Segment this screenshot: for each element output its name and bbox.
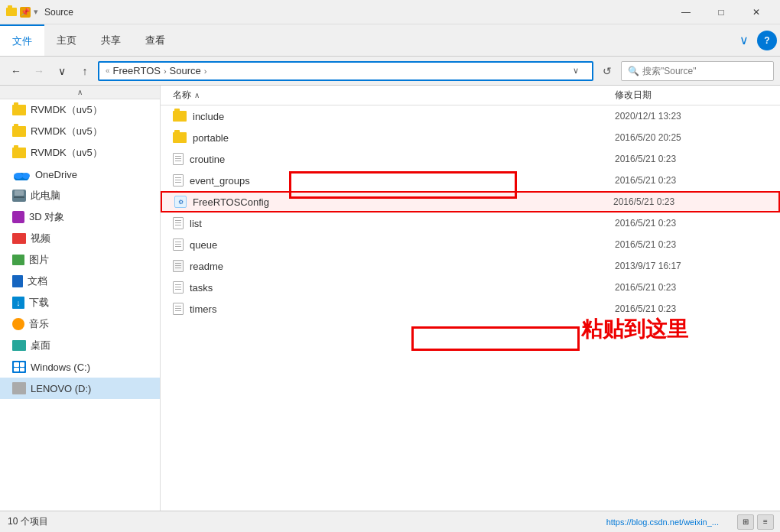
tab-file[interactable]: 文件 — [0, 24, 44, 56]
refresh-button[interactable]: ↺ — [596, 61, 618, 81]
file-date-freertosconfig: 2016/5/21 0:23 — [613, 196, 766, 207]
search-box[interactable]: 🔍 — [621, 61, 774, 81]
minimize-button[interactable]: — — [668, 0, 704, 24]
onedrive-icon — [12, 168, 31, 180]
sidebar-item-thispc[interactable]: 此电脑 — [0, 185, 160, 206]
music-icon — [12, 318, 24, 330]
file-item-include[interactable]: include 2020/12/1 13:23 — [161, 105, 780, 127]
folder-icon-rvmdk3 — [12, 148, 26, 158]
sidebar-item-desktop[interactable]: 桌面 — [0, 335, 160, 356]
file-list: include 2020/12/1 13:23 portable 2016/5/… — [161, 105, 780, 511]
folder-icon-portable — [173, 132, 187, 143]
title-controls: — □ ✕ — [668, 0, 774, 24]
view-grid-button[interactable]: ⊞ — [737, 514, 754, 530]
sidebar-item-music[interactable]: 音乐 — [0, 313, 160, 335]
sidebar-scroll-up[interactable]: ∧ — [0, 86, 160, 99]
sidebar-item-downloads[interactable]: ↓ 下载 — [0, 292, 160, 313]
col-date-header[interactable]: 修改日期 — [615, 89, 768, 102]
up-button[interactable]: ↑ — [75, 61, 95, 81]
sidebar-item-rvmdk2[interactable]: RVMDK（uv5） — [0, 121, 160, 142]
tab-view[interactable]: 查看 — [133, 24, 177, 56]
sidebar: ∧ RVMDK（uv5） RVMDK（uv5） RVMDK（uv5） OneDr… — [0, 86, 161, 511]
column-header: 名称 ∧ 修改日期 — [161, 86, 780, 105]
file-item-freertosconfig[interactable]: ⚙ FreeRTOSConfig 2016/5/21 0:23 — [161, 191, 780, 212]
file-date-include: 2020/12/1 13:23 — [615, 111, 768, 122]
address-path-box[interactable]: « FreeRTOS › Source › ∨ — [98, 61, 593, 81]
ribbon-collapse-button[interactable]: ∨ — [734, 31, 754, 50]
status-url: https://blog.csdn.net/weixin_... — [606, 517, 719, 527]
file-name-queue: queue — [173, 238, 615, 251]
sidebar-item-video[interactable]: 视频 — [0, 228, 160, 249]
file-date-croutine: 2016/5/21 0:23 — [615, 154, 768, 164]
title-pin-icon: 📌 — [20, 7, 31, 18]
config-icon-freertosconfig: ⚙ — [174, 196, 187, 208]
tab-home[interactable]: 主页 — [44, 24, 89, 56]
file-date-tasks: 2016/5/21 0:23 — [615, 282, 768, 293]
doc-icon-queue — [173, 238, 184, 251]
file-item-tasks[interactable]: tasks 2016/5/21 0:23 — [161, 277, 780, 298]
file-name-list: list — [173, 217, 615, 229]
download-icon: ↓ — [12, 297, 24, 309]
maximize-button[interactable]: □ — [704, 0, 739, 24]
search-icon: 🔍 — [628, 66, 639, 76]
sidebar-item-rvmdk3[interactable]: RVMDK（uv5） — [0, 142, 160, 164]
back-button[interactable]: ← — [6, 61, 26, 81]
doc-icon-readme — [173, 260, 184, 272]
status-bar-right: ⊞ ≡ — [737, 514, 774, 530]
windows-icon — [12, 361, 26, 373]
doc-icon-timers — [173, 303, 184, 315]
file-item-portable[interactable]: portable 2016/5/20 20:25 — [161, 127, 780, 148]
doc-icon-event-groups — [173, 174, 184, 187]
sidebar-item-3dobjects[interactable]: 3D 对象 — [0, 206, 160, 228]
cube-icon — [12, 211, 24, 223]
file-name-portable: portable — [173, 132, 615, 144]
file-name-croutine: croutine — [173, 153, 615, 165]
file-date-list: 2016/5/21 0:23 — [615, 218, 768, 229]
file-item-croutine[interactable]: croutine 2016/5/21 0:23 — [161, 148, 780, 170]
lenovo-icon — [12, 382, 26, 394]
ribbon: 文件 主页 共享 查看 ∨ ? — [0, 24, 780, 57]
close-button[interactable]: ✕ — [739, 0, 774, 24]
folder-icon-rvmdk1 — [12, 105, 26, 115]
sidebar-item-onedrive[interactable]: OneDrive — [0, 164, 160, 185]
file-name-timers: timers — [173, 303, 615, 315]
sidebar-item-lenovo-d[interactable]: LENOVO (D:) — [0, 378, 160, 399]
path-part-source: Source — [170, 65, 201, 76]
search-input[interactable] — [642, 66, 767, 76]
sidebar-item-images[interactable]: 图片 — [0, 249, 160, 271]
video-icon — [12, 233, 26, 244]
file-item-queue[interactable]: queue 2016/5/21 0:23 — [161, 234, 780, 255]
file-item-list[interactable]: list 2016/5/21 0:23 — [161, 212, 780, 234]
title-bar: 📌 ▾ Source — □ ✕ — [0, 0, 780, 24]
sidebar-item-windows-c[interactable]: Windows (C:) — [0, 356, 160, 378]
file-date-timers: 2016/5/21 0:23 — [615, 303, 768, 314]
view-list-button[interactable]: ≡ — [757, 514, 774, 530]
sidebar-item-docs[interactable]: 文档 — [0, 271, 160, 292]
file-item-event-groups[interactable]: event_groups 2016/5/21 0:23 — [161, 170, 780, 191]
forward-button[interactable]: → — [29, 61, 49, 81]
file-item-timers[interactable]: timers 2016/5/21 0:23 — [161, 298, 780, 320]
folder-icon-include — [173, 111, 187, 122]
doc-icon-tasks — [173, 281, 184, 294]
file-date-readme: 2013/9/17 16:17 — [615, 261, 768, 271]
sidebar-item-rvmdk1[interactable]: RVMDK（uv5） — [0, 99, 160, 121]
tab-share[interactable]: 共享 — [89, 24, 133, 56]
file-date-queue: 2016/5/21 0:23 — [615, 239, 768, 250]
title-bar-icons: 📌 ▾ — [6, 7, 38, 18]
help-button[interactable]: ? — [757, 31, 777, 50]
doc-icon — [12, 275, 23, 287]
file-item-readme[interactable]: readme 2013/9/17 16:17 — [161, 255, 780, 277]
svg-point-1 — [14, 173, 23, 179]
col-name-header[interactable]: 名称 ∧ — [173, 89, 615, 102]
doc-icon-list — [173, 217, 184, 229]
file-name-event-groups: event_groups — [173, 174, 615, 187]
file-name-include: include — [173, 111, 615, 122]
folder-icon-rvmdk2 — [12, 126, 26, 137]
desktop-icon — [12, 340, 26, 351]
main-layout: ∧ RVMDK（uv5） RVMDK（uv5） RVMDK（uv5） OneDr… — [0, 86, 780, 511]
path-dropdown-button[interactable]: ∨ — [566, 61, 586, 81]
doc-icon-croutine — [173, 153, 184, 165]
dropdown-button[interactable]: ∨ — [52, 61, 72, 81]
title-dropdown-icon: ▾ — [34, 7, 38, 17]
status-bar: 10 个项目 https://blog.csdn.net/weixin_... … — [0, 511, 780, 532]
